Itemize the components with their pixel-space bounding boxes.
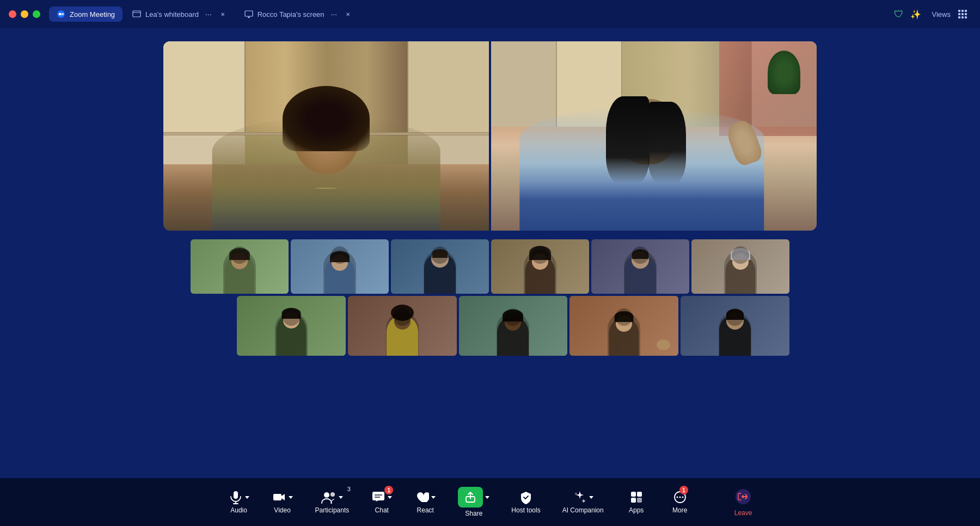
chat-badge: 1 — [384, 486, 393, 494]
ai-companion-button[interactable]: AI Companion — [552, 486, 615, 518]
main-content — [0, 28, 980, 478]
svg-rect-12 — [372, 492, 384, 500]
zoom-meeting-icon — [57, 10, 65, 18]
participants-count: 3 — [347, 486, 351, 492]
video-label: Video — [274, 506, 290, 514]
grid-views-icon — [958, 10, 967, 18]
tab-zoom-meeting-label: Zoom Meeting — [70, 10, 115, 18]
tab-lea-close[interactable]: ✕ — [218, 10, 227, 18]
views-label: Views — [932, 10, 951, 18]
participant-thumb-5[interactable] — [591, 239, 689, 294]
apps-icon — [629, 490, 644, 504]
react-caret[interactable] — [431, 496, 436, 499]
shield-icon — [519, 490, 533, 504]
security-icon: 🛡 — [894, 9, 904, 20]
whiteboard-icon — [132, 10, 141, 18]
react-label: React — [417, 506, 434, 514]
sparkle-ai-icon — [573, 490, 593, 504]
tab-lea-whiteboard[interactable]: Lea's whiteboard ··· ✕ — [125, 7, 235, 22]
main-video-grid — [163, 41, 817, 231]
ai-caret[interactable] — [589, 496, 593, 499]
share-icon — [458, 487, 489, 508]
share-button[interactable]: Share — [447, 482, 500, 522]
share-caret[interactable] — [485, 496, 489, 499]
close-button[interactable] — [9, 10, 16, 18]
leave-icon — [734, 488, 752, 507]
apps-button[interactable]: Apps — [615, 486, 658, 518]
titlebar: Zoom Meeting Lea's whiteboard ··· ✕ — [0, 0, 980, 28]
tab-rocco-more[interactable]: ··· — [329, 10, 340, 18]
svg-point-23 — [682, 497, 683, 498]
audio-label: Audio — [230, 506, 247, 514]
chat-icon: 1 — [371, 490, 392, 504]
video-button[interactable]: Video — [261, 486, 304, 518]
ai-companion-label: AI Companion — [562, 506, 604, 514]
video-panel-left — [163, 41, 489, 231]
participant-thumb-8[interactable] — [348, 296, 457, 356]
tab-rocco-screen[interactable]: Rocco Tapia's screen ··· ✕ — [237, 7, 360, 22]
minimize-button[interactable] — [21, 10, 28, 18]
tab-lea-more[interactable]: ··· — [203, 10, 214, 18]
svg-point-22 — [679, 497, 681, 498]
tabs-container: Zoom Meeting Lea's whiteboard ··· ✕ — [49, 7, 894, 22]
views-button[interactable]: Views — [928, 8, 971, 21]
svg-rect-3 — [245, 11, 253, 16]
participant-row-1 — [191, 239, 789, 294]
video-icon — [272, 490, 293, 504]
chat-button[interactable]: 1 Chat — [360, 486, 403, 518]
participants-label: Participants — [315, 506, 350, 514]
participants-button[interactable]: 3 Participants — [304, 486, 360, 518]
chat-label: Chat — [375, 506, 389, 514]
participant-thumb-1[interactable] — [191, 239, 289, 294]
screen-icon — [244, 10, 253, 18]
participant-thumb-3[interactable] — [391, 239, 489, 294]
participant-thumb-6[interactable] — [691, 239, 789, 294]
video-caret[interactable] — [289, 496, 293, 499]
mic-icon — [229, 490, 249, 504]
svg-point-10 — [324, 492, 329, 498]
participant-thumb-2[interactable] — [291, 239, 389, 294]
svg-rect-6 — [234, 491, 238, 499]
svg-rect-9 — [273, 494, 281, 500]
ai-sparkle-icon: ✨ — [910, 9, 921, 20]
host-tools-label: Host tools — [511, 506, 540, 514]
audio-caret[interactable] — [245, 496, 249, 499]
tab-zoom-meeting[interactable]: Zoom Meeting — [49, 7, 122, 22]
svg-rect-17 — [637, 492, 642, 497]
toolbar: Audio Video 3 Participants — [0, 478, 980, 526]
heart-icon — [415, 490, 436, 504]
share-label: Share — [465, 510, 482, 517]
participant-thumb-10[interactable] — [569, 296, 678, 356]
more-badge: 1 — [679, 486, 688, 494]
participant-thumb-4[interactable] — [491, 239, 589, 294]
leave-button[interactable]: Leave — [724, 484, 763, 521]
more-label: More — [672, 506, 687, 514]
svg-point-11 — [330, 492, 335, 497]
maximize-button[interactable] — [33, 10, 40, 18]
titlebar-right: 🛡 ✨ Views — [894, 8, 971, 21]
leave-label: Leave — [734, 509, 752, 517]
participant-thumb-11[interactable] — [681, 296, 789, 356]
apps-label: Apps — [629, 506, 644, 514]
chat-caret[interactable] — [388, 496, 392, 499]
more-button[interactable]: 1 More — [658, 486, 702, 518]
host-tools-button[interactable]: Host tools — [500, 486, 551, 518]
svg-rect-18 — [631, 498, 636, 503]
participants-caret[interactable] — [339, 496, 343, 499]
more-icon: 1 — [673, 490, 687, 504]
participant-strip — [191, 239, 789, 356]
svg-rect-1 — [133, 11, 140, 17]
svg-point-21 — [676, 497, 678, 498]
react-button[interactable]: React — [403, 486, 447, 518]
participant-thumb-9[interactable] — [459, 296, 568, 356]
traffic-lights — [9, 10, 40, 18]
participant-thumb-7[interactable] — [237, 296, 346, 356]
video-panel-right — [491, 41, 817, 231]
tab-lea-whiteboard-label: Lea's whiteboard — [145, 10, 199, 18]
svg-rect-19 — [637, 498, 642, 503]
participants-icon: 3 — [321, 490, 343, 504]
audio-button[interactable]: Audio — [217, 486, 261, 518]
tab-rocco-close[interactable]: ✕ — [344, 10, 352, 18]
svg-rect-16 — [631, 492, 636, 497]
tab-rocco-screen-label: Rocco Tapia's screen — [258, 10, 324, 18]
